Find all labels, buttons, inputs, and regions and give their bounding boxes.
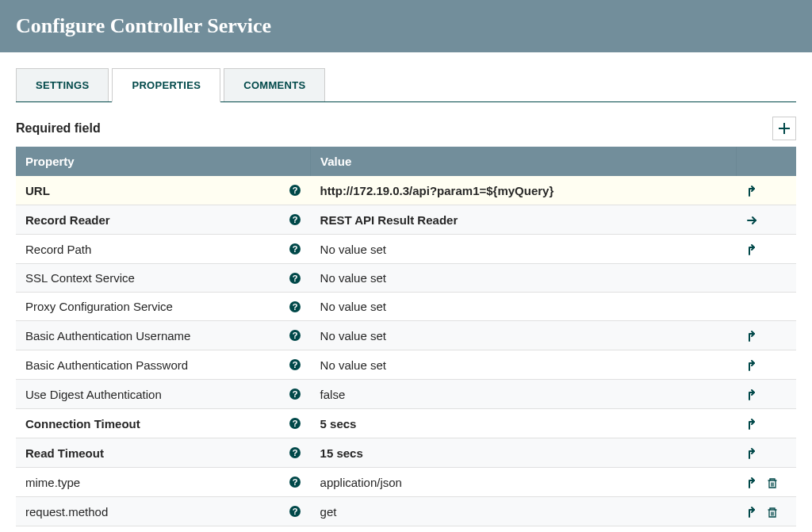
property-name-cell: SSL Context Service xyxy=(16,264,311,293)
property-name-cell: Basic Authentication Password xyxy=(16,350,311,380)
goto-icon[interactable] xyxy=(746,359,758,372)
goto-icon[interactable] xyxy=(746,243,758,256)
property-name-cell: Use Digest Authentication xyxy=(16,380,311,409)
property-value-cell[interactable]: No value set xyxy=(311,293,737,321)
arrow-right-icon[interactable] xyxy=(746,214,759,227)
help-icon[interactable] xyxy=(289,417,301,430)
property-name-cell: Proxy Configuration Service xyxy=(16,293,311,321)
property-value-cell[interactable]: REST API Result Reader xyxy=(311,205,737,235)
trash-icon[interactable] xyxy=(766,506,779,519)
goto-icon[interactable] xyxy=(746,388,758,401)
property-value-cell[interactable]: No value set xyxy=(311,321,737,350)
help-icon[interactable] xyxy=(289,243,301,255)
actions-cell xyxy=(737,264,796,293)
add-property-button[interactable] xyxy=(772,117,796,140)
goto-icon[interactable] xyxy=(746,477,758,489)
property-name-cell: mime.type xyxy=(16,468,311,497)
table-row[interactable]: Connection Timeout5 secs xyxy=(16,409,796,438)
tab-settings[interactable]: SETTINGS xyxy=(16,68,109,101)
help-icon[interactable] xyxy=(289,358,301,371)
goto-icon[interactable] xyxy=(746,506,758,519)
dialog-title: Configure Controller Service xyxy=(16,14,796,38)
property-value-cell[interactable]: 15 secs xyxy=(311,438,737,468)
actions-cell xyxy=(737,409,796,438)
property-name-cell: request.method xyxy=(16,497,311,526)
help-icon[interactable] xyxy=(289,388,301,400)
property-name-cell: Record Path xyxy=(16,235,311,264)
actions-cell xyxy=(737,235,796,264)
dialog-body: SETTINGS PROPERTIES COMMENTS Required fi… xyxy=(0,52,812,532)
property-name: Read Timeout xyxy=(25,446,104,460)
table-row[interactable]: request.methodget xyxy=(16,497,796,526)
tab-list: SETTINGS PROPERTIES COMMENTS xyxy=(16,68,796,102)
table-row[interactable]: Record PathNo value set xyxy=(16,235,796,264)
goto-icon[interactable] xyxy=(746,447,758,460)
actions-cell xyxy=(737,293,796,321)
property-name: URL xyxy=(25,184,50,197)
actions-cell xyxy=(737,205,796,235)
col-header-property: Property xyxy=(16,147,311,176)
property-name: Record Path xyxy=(25,243,91,256)
property-name: mime.type xyxy=(25,476,80,489)
table-row[interactable]: URLhttp://172.19.0.3/api?param1=${myQuer… xyxy=(16,176,796,205)
property-name: Basic Authentication Password xyxy=(25,358,188,372)
table-row[interactable]: Proxy Configuration ServiceNo value set xyxy=(16,293,796,321)
property-name: Record Reader xyxy=(25,213,110,227)
property-name-cell: Record Reader xyxy=(16,205,311,235)
table-row[interactable]: mime.typeapplication/json xyxy=(16,468,796,497)
property-name: Basic Authentication Username xyxy=(25,329,190,343)
help-icon[interactable] xyxy=(289,272,301,285)
property-value-cell[interactable]: http://172.19.0.3/api?param1=${myQuery} xyxy=(311,176,737,205)
table-row[interactable]: Basic Authentication UsernameNo value se… xyxy=(16,321,796,350)
tab-properties[interactable]: PROPERTIES xyxy=(112,68,220,102)
table-row[interactable]: SSL Context ServiceNo value set xyxy=(16,264,796,293)
help-icon[interactable] xyxy=(289,300,301,313)
goto-icon[interactable] xyxy=(746,330,758,343)
dialog-header: Configure Controller Service xyxy=(0,0,812,52)
property-name-cell: Read Timeout xyxy=(16,438,311,468)
col-header-actions xyxy=(737,147,796,176)
property-value-cell[interactable]: No value set xyxy=(311,264,737,293)
property-value-cell[interactable]: get xyxy=(311,497,737,526)
table-row[interactable]: Use Digest Authenticationfalse xyxy=(16,380,796,409)
actions-cell xyxy=(737,176,796,205)
help-icon[interactable] xyxy=(289,476,301,488)
actions-cell xyxy=(737,497,796,526)
property-value-cell[interactable]: false xyxy=(311,380,737,409)
property-value-cell[interactable]: No value set xyxy=(311,350,737,380)
plus-icon xyxy=(777,121,791,136)
help-icon[interactable] xyxy=(289,446,301,459)
actions-cell xyxy=(737,350,796,380)
property-name: request.method xyxy=(25,505,108,519)
goto-icon[interactable] xyxy=(746,418,758,431)
properties-toolbar: Required field xyxy=(16,117,796,140)
property-name: SSL Context Service xyxy=(25,271,135,285)
property-value-cell[interactable]: application/json xyxy=(311,468,737,497)
actions-cell xyxy=(737,321,796,350)
help-icon[interactable] xyxy=(289,329,301,342)
goto-icon[interactable] xyxy=(746,185,758,197)
property-value-cell[interactable]: No value set xyxy=(311,235,737,264)
table-row[interactable]: Basic Authentication PasswordNo value se… xyxy=(16,350,796,380)
table-row[interactable]: Read Timeout15 secs xyxy=(16,438,796,468)
actions-cell xyxy=(737,468,796,497)
property-name-cell: URL xyxy=(16,176,311,205)
help-icon[interactable] xyxy=(289,213,301,226)
property-name: Connection Timeout xyxy=(25,417,140,431)
property-name-cell: Basic Authentication Username xyxy=(16,321,311,350)
help-icon[interactable] xyxy=(289,505,301,518)
tab-comments[interactable]: COMMENTS xyxy=(224,68,325,101)
property-name-cell: Connection Timeout xyxy=(16,409,311,438)
property-value-cell[interactable]: 5 secs xyxy=(311,409,737,438)
property-name: Use Digest Authentication xyxy=(25,388,162,401)
actions-cell xyxy=(737,438,796,468)
properties-table: Property Value URLhttp://172.19.0.3/api?… xyxy=(16,147,796,526)
col-header-value: Value xyxy=(311,147,737,176)
trash-icon[interactable] xyxy=(766,477,779,489)
help-icon[interactable] xyxy=(289,184,301,197)
actions-cell xyxy=(737,380,796,409)
property-name: Proxy Configuration Service xyxy=(25,300,173,313)
table-row[interactable]: Record ReaderREST API Result Reader xyxy=(16,205,796,235)
required-field-label: Required field xyxy=(16,121,101,136)
